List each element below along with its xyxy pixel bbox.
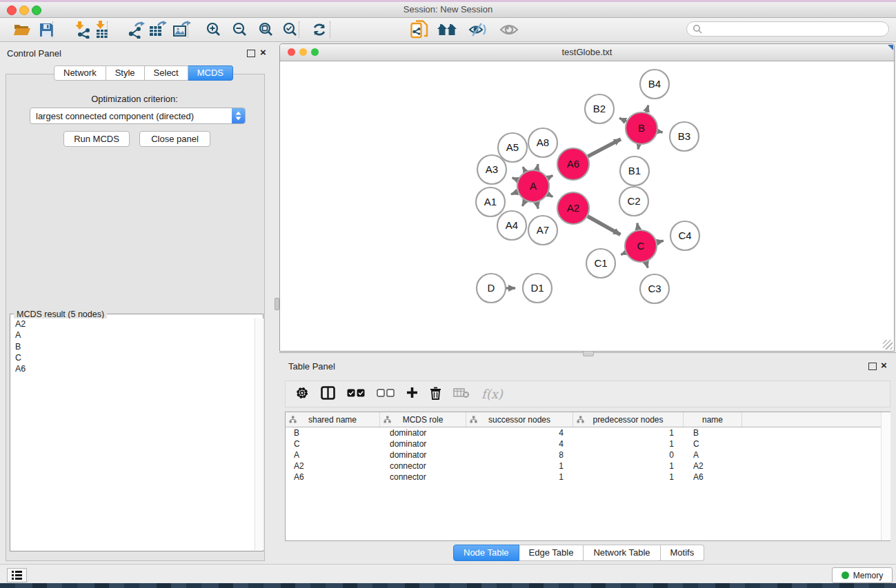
create-column-button[interactable]	[406, 387, 418, 401]
home-layout-button[interactable]	[437, 20, 457, 39]
tree-column-icon	[384, 416, 391, 423]
tab-style[interactable]: Style	[106, 65, 145, 81]
zoom-in-button[interactable]	[203, 20, 224, 39]
close-panel-button[interactable]: Close panel	[139, 131, 210, 147]
mcds-result-item[interactable]: A2	[11, 318, 254, 330]
show-graphics-details-button[interactable]	[499, 20, 519, 39]
delete-column-button[interactable]	[430, 386, 441, 403]
table-cell: A2	[684, 461, 742, 471]
tab-select[interactable]: Select	[145, 65, 188, 81]
table-panel-close-button[interactable]: ×	[881, 361, 887, 369]
mcds-result-item[interactable]: C	[11, 352, 254, 363]
table-cell: A6	[286, 472, 380, 482]
task-history-button[interactable]	[7, 568, 27, 582]
trash-icon	[430, 386, 441, 400]
export-network-button[interactable]	[126, 20, 146, 39]
tab-network[interactable]: Network	[54, 65, 106, 81]
tree-column-icon	[289, 416, 297, 423]
column-header-name[interactable]: name	[684, 412, 742, 427]
column-header-shared-name[interactable]: shared name	[286, 412, 380, 427]
graph-edge-C-C3[interactable]	[646, 262, 648, 268]
mcds-result-item[interactable]: B	[11, 341, 254, 352]
tab-node-table[interactable]: Node Table	[453, 545, 519, 561]
mcds-result-item[interactable]: A	[11, 330, 254, 341]
graph-edge-A-A7[interactable]	[537, 202, 538, 208]
zoom-selected-button[interactable]	[280, 20, 301, 39]
graph-edge-A-A2[interactable]	[548, 194, 552, 197]
toolbar-separator	[107, 21, 108, 38]
plus-icon	[406, 387, 418, 398]
window-resize-grip[interactable]	[883, 340, 893, 349]
list-icon	[12, 571, 22, 580]
graph-edge-B-B4[interactable]	[646, 105, 648, 112]
graph-edge-A-A8[interactable]	[537, 164, 538, 170]
graph-edge-C-C1[interactable]	[621, 252, 626, 254]
network-graph[interactable]: B4B2BB3A5A8A6A3AB1A1C2A4A7A2CC4C1C3DD1	[281, 61, 894, 351]
tab-edge-table[interactable]: Edge Table	[519, 545, 584, 561]
column-header-successor-nodes[interactable]: successor nodes	[466, 412, 573, 427]
tab-motifs[interactable]: Motifs	[661, 545, 705, 561]
column-header-mcds-role[interactable]: MCDS role	[380, 412, 466, 427]
import-network-button[interactable]	[72, 20, 93, 39]
zoom-out-button[interactable]	[230, 20, 250, 39]
window-corner-indicator	[888, 45, 893, 50]
table-row[interactable]: A2connector11A2	[286, 460, 890, 472]
mcds-list-scrollbar[interactable]	[255, 318, 263, 550]
column-header-predecessor-nodes[interactable]: predecessor nodes	[573, 412, 684, 427]
delete-table-icon	[453, 387, 470, 398]
close-traffic-light[interactable]	[7, 6, 17, 15]
vertical-splitter-handle[interactable]	[275, 298, 279, 310]
mcds-result-list[interactable]: A2ABCA6	[11, 318, 254, 550]
control-panel-close-button[interactable]: ×	[260, 48, 266, 57]
function-builder-button[interactable]: f(x)	[481, 387, 503, 401]
delete-table-button[interactable]	[453, 387, 470, 401]
graph-edge-C-C4[interactable]	[657, 241, 663, 242]
select-all-columns-button[interactable]	[347, 388, 365, 401]
export-table-button[interactable]	[147, 20, 168, 39]
graph-edge-B-B2[interactable]	[619, 118, 626, 121]
graph-edge-B-B3[interactable]	[658, 132, 663, 132]
optimization-criterion-select[interactable]: largest connected component (directed)	[30, 108, 246, 124]
graph-node-label: D	[488, 282, 495, 294]
network-close-traffic-light[interactable]	[288, 48, 295, 56]
import-table-button[interactable]	[92, 20, 112, 39]
zoom-fit-button[interactable]	[256, 20, 277, 39]
graph-edge-A-A6[interactable]	[548, 175, 552, 178]
network-minimize-traffic-light[interactable]	[299, 48, 307, 56]
horizontal-splitter-handle[interactable]	[583, 351, 594, 356]
graph-node-label: A4	[506, 219, 518, 231]
graph-edge-B-B1[interactable]	[638, 145, 639, 150]
hide-graphics-details-button[interactable]	[468, 20, 488, 39]
mcds-result-item[interactable]: A6	[11, 363, 254, 374]
graph-edge-A2-C[interactable]	[588, 216, 620, 235]
table-row[interactable]: Cdominator41C	[286, 438, 890, 449]
table-scrollbar[interactable]	[881, 412, 890, 540]
table-row[interactable]: A6connector11A6	[286, 472, 890, 483]
deselect-all-columns-button[interactable]	[377, 388, 395, 401]
graph-edge-A-A5[interactable]	[523, 167, 526, 172]
show-columns-button[interactable]	[321, 386, 335, 403]
copy-network-button[interactable]	[409, 20, 430, 39]
minimize-traffic-light[interactable]	[19, 6, 29, 15]
zoom-traffic-light[interactable]	[32, 6, 41, 15]
table-settings-button[interactable]	[295, 386, 309, 403]
tab-network-table[interactable]: Network Table	[584, 545, 660, 561]
control-panel-float-button[interactable]	[247, 50, 255, 57]
table-row[interactable]: Adominator80A	[286, 449, 890, 460]
graph-node-label: B4	[648, 78, 661, 90]
graph-edge-A6-B[interactable]	[588, 139, 621, 156]
open-session-button[interactable]	[12, 20, 32, 39]
refresh-button[interactable]	[309, 20, 330, 39]
run-mcds-button[interactable]: Run MCDS	[63, 131, 130, 147]
tab-mcds[interactable]: MCDS	[188, 65, 233, 81]
table-row[interactable]: Bdominator41B	[286, 427, 890, 438]
search-field[interactable]	[686, 21, 889, 37]
network-zoom-traffic-light[interactable]	[311, 48, 319, 56]
table-panel-float-button[interactable]	[868, 363, 877, 370]
graph-edge-A-A3[interactable]	[512, 178, 518, 180]
refresh-icon	[312, 22, 327, 37]
memory-button[interactable]: Memory	[832, 567, 893, 583]
graph-edge-A-A4[interactable]	[522, 201, 525, 206]
graph-edge-C-C2[interactable]	[637, 223, 638, 230]
graph-edge-A-A1[interactable]	[511, 192, 517, 194]
